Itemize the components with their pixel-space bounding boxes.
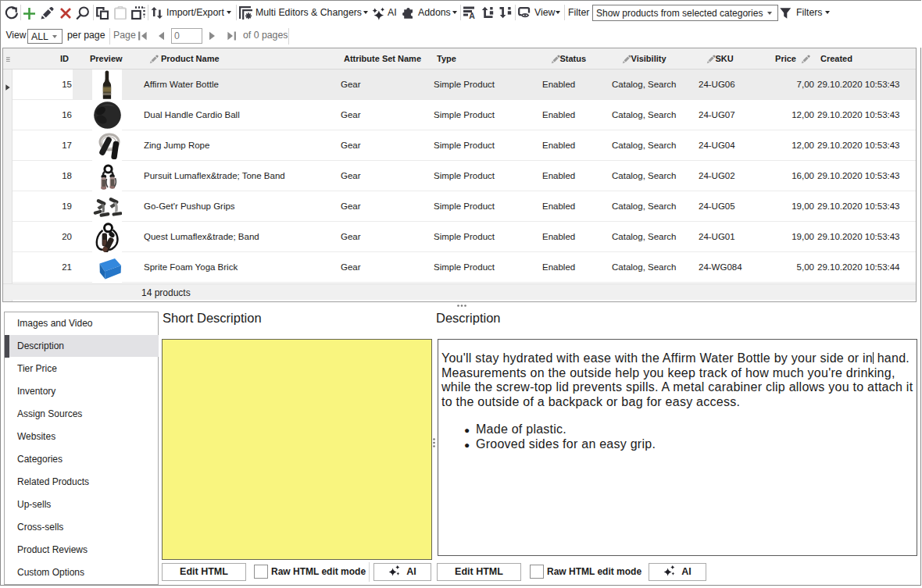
svg-text:A: A xyxy=(469,11,475,19)
